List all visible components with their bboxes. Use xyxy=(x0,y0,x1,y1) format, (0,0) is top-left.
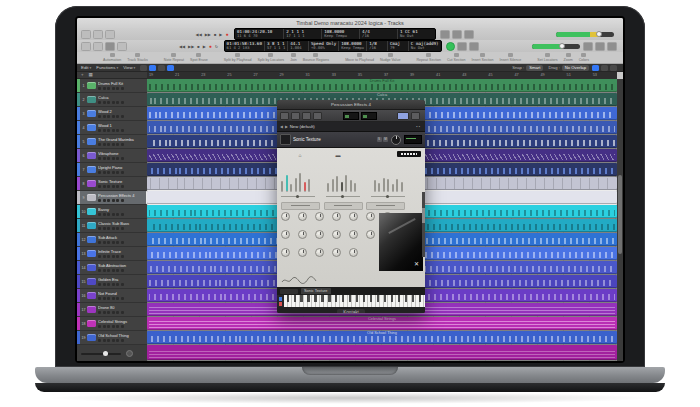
mini-fader[interactable] xyxy=(308,179,310,191)
inspector-icon[interactable] xyxy=(93,42,103,51)
track-control-button[interactable] xyxy=(103,157,106,160)
undo-icon[interactable] xyxy=(81,30,91,39)
track-header-sub-attack[interactable]: 12Sub Attack xyxy=(77,233,147,247)
track-control-button[interactable] xyxy=(98,87,101,90)
play-button[interactable]: ▶ xyxy=(203,43,206,50)
mini-fader[interactable] xyxy=(345,175,347,191)
track-control-button[interactable] xyxy=(107,269,110,272)
eraser-tool-icon[interactable] xyxy=(167,65,174,71)
track-control-button[interactable] xyxy=(107,129,110,132)
lcd-display-secondary[interactable]: 01:01:58:13.6061 4 2 1833 8 1 157 1 1 14… xyxy=(224,40,442,52)
track-control-button[interactable] xyxy=(107,311,110,314)
instrument-snapshot-icon[interactable] xyxy=(280,134,291,145)
group-slider[interactable] xyxy=(326,196,360,197)
master-volume-slider[interactable] xyxy=(556,32,614,37)
lcd-cell[interactable]: 01:00:24:20.1011 6 4 70 xyxy=(235,29,284,39)
track-control-button[interactable] xyxy=(107,283,110,286)
track-header-sonic-texture[interactable]: 8Sonic Texture xyxy=(77,177,147,191)
track-control-button[interactable] xyxy=(121,325,124,328)
track-control-button[interactable] xyxy=(116,101,119,104)
knob[interactable] xyxy=(315,248,324,257)
lcd-cell[interactable]: 1 CC 61No Out xyxy=(398,29,435,39)
menu-edit[interactable]: Edit▾ xyxy=(81,65,91,70)
track-control-button[interactable] xyxy=(98,297,101,300)
track-sort-icon[interactable]: ▦ xyxy=(89,72,93,78)
track-control-button[interactable] xyxy=(116,241,119,244)
track-control-button[interactable] xyxy=(98,171,101,174)
count-in-icon[interactable] xyxy=(464,30,474,39)
track-control-button[interactable] xyxy=(107,157,110,160)
track-control-button[interactable] xyxy=(107,325,110,328)
section-header[interactable] xyxy=(324,202,363,210)
track-header-cu-ca[interactable]: 2Cuíca xyxy=(77,93,147,107)
track-control-button[interactable] xyxy=(103,87,106,90)
track-control-button[interactable] xyxy=(107,213,110,216)
record-button[interactable]: ● xyxy=(209,43,212,50)
region-celestial-strings[interactable]: Celestial Strings xyxy=(147,317,617,330)
lcd-cell[interactable]: 01:01:58:13.6061 4 2 183 xyxy=(225,41,265,51)
track-control-button[interactable] xyxy=(116,129,119,132)
track-header-wood-1[interactable]: 4Wood 1 xyxy=(77,121,147,135)
next-multi-icon[interactable]: ▶ xyxy=(285,124,288,129)
toolbar-button-repeat-section[interactable]: Repeat Section xyxy=(416,53,441,62)
mini-fader[interactable] xyxy=(374,180,376,191)
track-control-button[interactable] xyxy=(116,213,119,216)
track-control-button[interactable] xyxy=(121,241,124,244)
redo-icon[interactable] xyxy=(93,30,103,39)
mute-button[interactable]: M xyxy=(383,137,388,142)
track-control-button[interactable] xyxy=(112,283,115,286)
track-control-button[interactable] xyxy=(103,269,106,272)
track-control-button[interactable] xyxy=(98,255,101,258)
plugin-window[interactable]: Percussion Effects 4 ◀ ▶ xyxy=(277,100,425,313)
track-control-button[interactable] xyxy=(112,157,115,160)
mini-fader[interactable] xyxy=(383,178,385,191)
zoom-slider-thumb[interactable] xyxy=(103,351,108,356)
track-control-button[interactable] xyxy=(116,255,119,258)
track-control-button[interactable] xyxy=(112,101,115,104)
scrollbar-thumb[interactable] xyxy=(618,175,622,254)
track-control-button[interactable] xyxy=(98,199,101,202)
track-control-button[interactable] xyxy=(112,185,115,188)
knob[interactable] xyxy=(281,212,290,221)
editors-icon[interactable] xyxy=(595,42,605,51)
track-control-button[interactable] xyxy=(103,339,106,342)
track-control-button[interactable] xyxy=(103,115,106,118)
metronome-icon[interactable] xyxy=(452,30,462,39)
knob[interactable] xyxy=(281,248,290,257)
track-header-wood-2[interactable]: 3Wood 2 xyxy=(77,107,147,121)
track-control-button[interactable] xyxy=(107,185,110,188)
track-control-button[interactable] xyxy=(107,227,110,230)
toolbar-button-bounce-regions[interactable]: Bounce Regions xyxy=(303,53,329,62)
track-control-button[interactable] xyxy=(107,171,110,174)
menu-functions[interactable]: Functions▾ xyxy=(96,65,118,70)
track-control-button[interactable] xyxy=(116,311,119,314)
lcd-cell[interactable]: 4/4/16 xyxy=(360,29,398,39)
toolbar-button-join[interactable]: Join xyxy=(290,53,297,62)
track-control-button[interactable] xyxy=(121,101,124,104)
track-control-button[interactable] xyxy=(98,311,101,314)
track-control-button[interactable] xyxy=(121,185,124,188)
add-track-button[interactable]: ＋ xyxy=(80,72,85,78)
track-control-button[interactable] xyxy=(112,311,115,314)
track-control-button[interactable] xyxy=(103,213,106,216)
toolbar-button-split-by-playhead[interactable]: Split by Playhead xyxy=(224,53,252,62)
track-control-button[interactable] xyxy=(112,199,115,202)
pencil-tool-icon[interactable] xyxy=(158,65,165,71)
track-control-button[interactable] xyxy=(107,143,110,146)
track-header-the-grand-marimba[interactable]: 5The Grand Marimba xyxy=(77,135,147,149)
track-control-button[interactable] xyxy=(121,255,124,258)
toolbar-button-colors[interactable]: Colors xyxy=(579,53,589,62)
track-control-button[interactable] xyxy=(98,143,101,146)
library-icon[interactable] xyxy=(81,42,91,51)
lcd-cell[interactable]: Cmaj79 xyxy=(388,41,409,51)
pencil-icon[interactable] xyxy=(105,30,115,39)
track-header-not-found[interactable]: 16Not Found xyxy=(77,289,147,303)
mini-fader[interactable] xyxy=(332,179,334,191)
track-control-button[interactable] xyxy=(112,325,115,328)
lcd-cell[interactable]: 108.0000Keep Tempo xyxy=(322,29,360,39)
track-header-percussion-effects-4[interactable]: 9Percussion Effects 4 xyxy=(77,191,147,205)
knob[interactable] xyxy=(281,230,290,239)
mini-fader[interactable] xyxy=(350,180,352,191)
volume-thumb[interactable] xyxy=(559,43,565,49)
knob[interactable] xyxy=(298,230,307,239)
